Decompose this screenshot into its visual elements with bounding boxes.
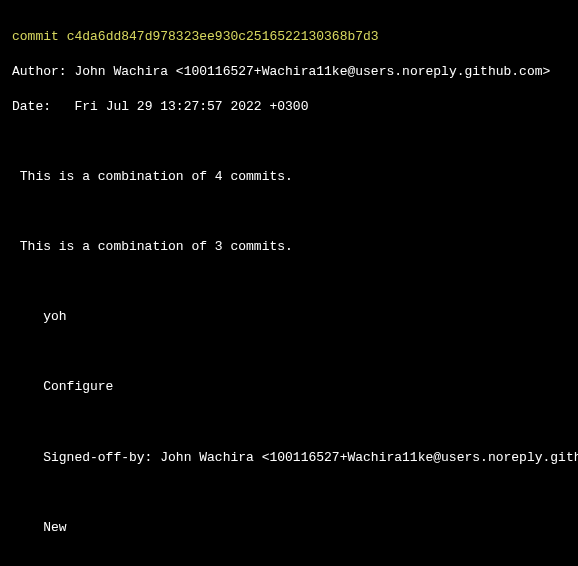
date-line: Date: Fri Jul 29 13:27:57 2022 +0300 [12,98,566,116]
date-label: Date: [12,99,51,114]
commit-message-line: This is a combination of 3 commits. [20,238,566,256]
author-label: Author: [12,64,67,79]
commit-message-line: This is a combination of 4 commits. [20,168,566,186]
date-value: Fri Jul 29 13:27:57 2022 +0300 [74,99,308,114]
terminal-output: commit c4da6dd847d978323ee930c2516522130… [0,0,578,566]
commit-message-line: New [43,519,566,537]
commit-hash: c4da6dd847d978323ee930c2516522130368b7d3 [67,29,379,44]
commit-message-line: Signed-off-by: John Wachira <100116527+W… [43,449,566,467]
author-value: John Wachira <100116527+Wachira11ke@user… [74,64,550,79]
commit-line: commit c4da6dd847d978323ee930c2516522130… [12,28,566,46]
commit-message-line: Configure [43,378,566,396]
author-line: Author: John Wachira <100116527+Wachira1… [12,63,566,81]
commit-message-line: yoh [43,308,566,326]
commit-label: commit [12,29,59,44]
